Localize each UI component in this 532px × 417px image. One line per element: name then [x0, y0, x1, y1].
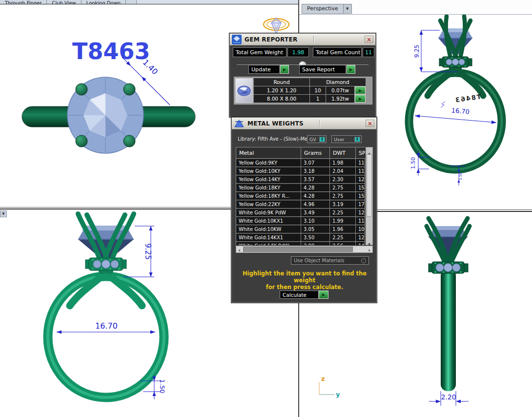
total-gem-count-value: 11: [363, 47, 374, 57]
metal-weights-close-button[interactable]: [366, 120, 374, 127]
metal-cell: 1.99: [330, 217, 355, 225]
metal-row[interactable]: White Gold:9K PdW3.492.2512.59: [236, 208, 365, 216]
gem-grid: Round Diamond 1.20 X 1.20 10 0.07tw 8.00…: [254, 78, 371, 103]
tab-through-finger[interactable]: Through Finger: [0, 0, 47, 4]
metal-row[interactable]: White Gold:10KW3.051.9610.99: [236, 225, 365, 233]
metal-weights-title: METAL WEIGHTS: [247, 120, 304, 127]
metal-cell: 15.41: [356, 184, 365, 191]
gem-row-count[interactable]: 10: [310, 86, 326, 94]
metal-cell: 4.28: [301, 184, 329, 191]
metal-row[interactable]: Yellow Gold:10KY3.182.0411.45: [236, 167, 365, 175]
gem-row-go-button[interactable]: [355, 95, 366, 103]
vertical-scrollbar[interactable]: [366, 147, 373, 245]
gem-reporter-close-button[interactable]: [365, 36, 373, 43]
gem-row-go-button[interactable]: [355, 86, 366, 94]
metal-cell: 15.41: [356, 192, 365, 200]
gv-toggle-button[interactable]: GV I: [307, 135, 327, 143]
use-object-materials-radio[interactable]: [361, 258, 366, 263]
metal-cell: 3.05: [301, 225, 329, 233]
update-go-button[interactable]: [280, 65, 289, 74]
ring-side-view: [441, 269, 456, 391]
accent-stone-collar: [439, 57, 472, 67]
gem-row-weight[interactable]: 0.07tw: [326, 86, 354, 94]
gem-row-size[interactable]: 1.20 X 1.20: [254, 86, 309, 94]
use-object-materials-label: Use Object Materials: [294, 258, 344, 263]
gem-thumbnail: [235, 78, 253, 103]
metal-cell: 1.98: [330, 159, 355, 167]
metal-row[interactable]: White Gold:14KX13.502.2512.63: [236, 233, 365, 241]
metal-row[interactable]: Yellow Gold:18KY R...4.282.7515.41: [236, 192, 365, 200]
perspective-viewport-header: Perspective: [299, 0, 532, 15]
metal-cell: 3.57: [301, 175, 329, 183]
scroll-left-icon[interactable]: [236, 245, 243, 254]
svg-text:1.50: 1.50: [159, 379, 166, 394]
calculate-button[interactable]: Calculate: [280, 291, 319, 299]
tab-looking-down[interactable]: Looking Down: [82, 0, 126, 4]
user-toggle-button[interactable]: User I: [331, 135, 362, 143]
accent-stone-collar-large: [85, 258, 126, 271]
scroll-down-icon[interactable]: [366, 238, 372, 245]
metal-cell: 2.75: [330, 192, 355, 200]
metal-row[interactable]: Yellow Gold:22KY4.963.1917.89: [236, 200, 365, 208]
metal-cell: 2.75: [330, 184, 355, 191]
hscrollbar-thumb[interactable]: [243, 247, 353, 252]
tab-label: Club View: [52, 0, 76, 4]
col-metal: Metal: [236, 147, 301, 158]
metal-cell: 2.30: [330, 175, 355, 183]
metal-cell: 3.10: [301, 217, 329, 225]
update-button[interactable]: Update: [248, 65, 280, 74]
calculate-go-button[interactable]: [319, 291, 328, 299]
tab-label: Through Finger: [5, 0, 41, 4]
metal-weights-titlebar[interactable]: METAL WEIGHTS: [232, 118, 376, 129]
viewport-tab-bar: Through Finger Club View Looking Down: [0, 0, 298, 4]
app-screen: Through Finger Club View Looking Down Pe…: [0, 0, 532, 417]
hint-line-1: Highlight the item you want to find the …: [234, 270, 375, 284]
gem-row-weight[interactable]: 1.92tw: [326, 95, 354, 103]
metal-cell: Yellow Gold:10KY: [236, 167, 301, 175]
gem-table: Round Diamond 1.20 X 1.20 10 0.07tw 8.00…: [234, 77, 372, 104]
metal-cell: 2.04: [330, 167, 355, 175]
metal-row[interactable]: Yellow Gold:9KY3.071.9811.08: [236, 159, 365, 167]
gem-row-size[interactable]: 8.00 X 8.00: [254, 95, 309, 103]
metal-cell: 4.96: [301, 200, 329, 208]
chevron-down-icon[interactable]: [343, 4, 351, 13]
tab-stub[interactable]: [126, 0, 137, 4]
viewport-selector-dropdown[interactable]: Perspective: [302, 4, 352, 14]
gem-reporter-title: GEM REPORTER: [245, 36, 298, 43]
metal-row[interactable]: Yellow Gold:14KY3.572.3012.88: [236, 175, 365, 183]
total-gem-weight-value: 1.98: [287, 47, 309, 57]
metal-table-header: Metal Grams DWT SPG: [236, 147, 365, 159]
metal-row[interactable]: White Gold:14K PdW3.992.5614.37: [236, 242, 365, 245]
accent-stone-collar-side: [429, 262, 468, 273]
scroll-up-icon[interactable]: [366, 147, 372, 154]
save-report-button[interactable]: Save Report: [299, 65, 346, 74]
svg-text:16.70: 16.70: [95, 321, 118, 331]
metal-cell: 10.99: [356, 225, 365, 233]
scroll-right-icon[interactable]: [366, 245, 372, 254]
bottom-left-viewport-title-stub[interactable]: [0, 210, 7, 217]
horizontal-scrollbar[interactable]: [236, 246, 373, 253]
metal-cell: 11.45: [356, 167, 365, 175]
use-object-materials-toggle[interactable]: Use Object Materials: [291, 256, 369, 265]
metal-cell: 4.28: [301, 192, 329, 200]
gem-reporter-titlebar[interactable]: GEM REPORTER: [230, 34, 375, 45]
metal-cell: White Gold:14K PdW: [236, 242, 301, 245]
dimension-inner-diameter: 16.70: [415, 102, 496, 124]
metal-row[interactable]: Yellow Gold:18KY4.282.7515.41: [236, 184, 365, 191]
axis-z-label: z: [321, 375, 325, 382]
metal-cell: 17.89: [356, 200, 365, 208]
metal-table-body: Yellow Gold:9KY3.071.9811.08Yellow Gold:…: [236, 159, 365, 245]
gem-row-count[interactable]: 1: [310, 95, 326, 103]
metal-row[interactable]: White Gold:10KX13.101.9911.18: [236, 217, 365, 225]
gem-shape-header: Round: [254, 78, 309, 86]
perspective-mini-ring: [264, 18, 289, 34]
tab-club-view[interactable]: Club View: [47, 0, 81, 4]
metal-cell: 2.25: [330, 208, 355, 216]
save-report-go-button[interactable]: [347, 65, 355, 74]
metal-cell: 3.18: [301, 167, 329, 175]
library-label: Library: Fifth Ave - (Slow)-Metal: [238, 136, 314, 142]
col-spg: SPG: [356, 147, 365, 158]
axis-y-label: y: [336, 391, 340, 398]
scrollbar-thumb[interactable]: [367, 154, 372, 217]
metal-cell: 3.99: [301, 242, 329, 245]
